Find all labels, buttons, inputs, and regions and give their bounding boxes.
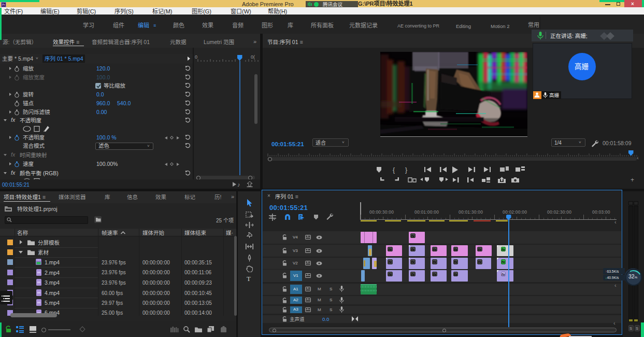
svg-text:}: } xyxy=(405,166,407,174)
svg-text:{: { xyxy=(393,166,395,174)
svg-text:♪: ♪ xyxy=(237,181,240,187)
